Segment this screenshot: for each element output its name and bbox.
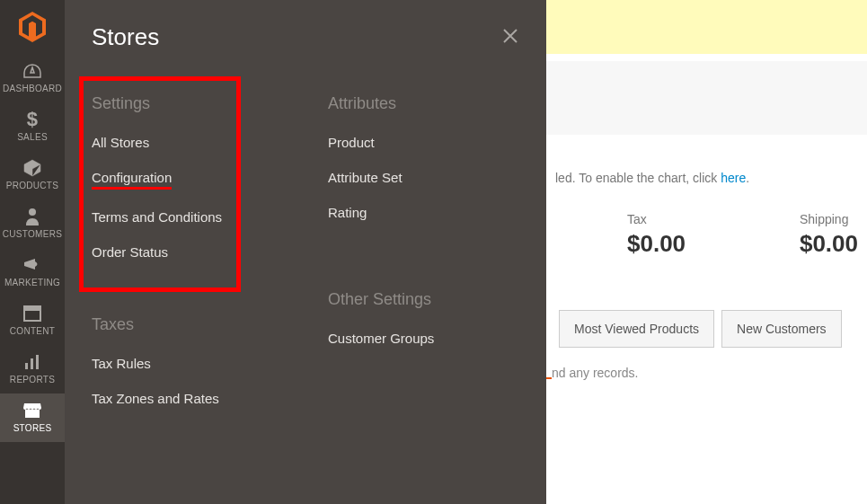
group-title-settings: Settings (92, 94, 283, 113)
nav-dashboard[interactable]: DASHBOARD (0, 54, 65, 102)
stat-tax: Tax $0.00 (627, 212, 686, 258)
svg-rect-4 (31, 358, 33, 369)
header-strip (546, 61, 867, 135)
magento-logo[interactable] (0, 0, 65, 54)
svg-point-0 (29, 208, 36, 216)
nav-reports[interactable]: REPORTS (0, 345, 65, 393)
nav-marketing[interactable]: MARKETING (0, 248, 65, 296)
svg-rect-5 (36, 355, 39, 369)
storefront-icon (22, 401, 43, 420)
menu-customer-groups[interactable]: Customer Groups (328, 331, 434, 346)
nav-label: CONTENT (10, 326, 55, 336)
tab-most-viewed[interactable]: Most Viewed Products (559, 310, 714, 348)
dashboard-icon (22, 61, 43, 81)
menu-all-stores[interactable]: All Stores (92, 135, 149, 150)
tab-new-customers[interactable]: New Customers (721, 310, 842, 348)
nav-products[interactable]: PRODUCTS (0, 151, 65, 199)
group-title-other: Other Settings (328, 290, 519, 309)
cube-icon (22, 158, 43, 178)
stat-value: $0.00 (800, 230, 858, 258)
svg-rect-2 (24, 306, 40, 311)
nav-label: REPORTS (10, 375, 55, 385)
layout-icon (22, 304, 43, 323)
stat-shipping: Shipping $0.00 (800, 212, 858, 258)
nav-label: SALES (17, 132, 48, 142)
close-button[interactable] (501, 27, 519, 49)
dashboard-background: led. To enable the chart, click here. Ta… (546, 0, 867, 504)
person-icon (22, 207, 43, 226)
flyout-title: Stores (92, 23, 159, 51)
nav-label: CUSTOMERS (3, 229, 62, 239)
menu-attribute-set[interactable]: Attribute Set (328, 170, 403, 185)
menu-terms-conditions[interactable]: Terms and Conditions (92, 209, 222, 225)
nav-label: STORES (13, 423, 52, 433)
dollar-icon: $ (22, 110, 43, 129)
stat-label: Tax (627, 212, 686, 226)
group-title-taxes: Taxes (92, 315, 283, 334)
menu-configuration[interactable]: Configuration (92, 170, 172, 190)
enable-chart-link[interactable]: here (721, 171, 746, 185)
nav-label: DASHBOARD (3, 84, 62, 93)
menu-rating[interactable]: Rating (328, 205, 367, 220)
stores-flyout: Stores Settings All Stores Configuration… (65, 0, 546, 504)
menu-tax-rules[interactable]: Tax Rules (92, 356, 151, 371)
chart-disabled-message: led. To enable the chart, click here. (546, 135, 867, 194)
active-tab-indicator (546, 377, 552, 379)
nav-stores[interactable]: STORES (0, 393, 65, 442)
admin-sidebar: DASHBOARD $ SALES PRODUCTS CUSTOMERS MAR… (0, 0, 65, 504)
group-title-attributes: Attributes (328, 94, 519, 113)
menu-product[interactable]: Product (328, 135, 375, 150)
flyout-col-left: Settings All Stores Configuration Terms … (92, 94, 283, 462)
megaphone-icon (22, 255, 43, 275)
bars-icon (22, 352, 43, 372)
nav-label: MARKETING (4, 278, 60, 287)
svg-rect-3 (25, 363, 28, 369)
nav-sales[interactable]: $ SALES (0, 102, 65, 151)
nav-label: PRODUCTS (6, 181, 59, 190)
nav-content[interactable]: CONTENT (0, 296, 65, 345)
menu-tax-zones[interactable]: Tax Zones and Rates (92, 391, 219, 406)
stat-label: Shipping (800, 212, 858, 226)
nav-customers[interactable]: CUSTOMERS (0, 199, 65, 248)
menu-order-status[interactable]: Order Status (92, 244, 168, 260)
no-records-message: nd any records. (546, 348, 867, 380)
notice-bar (546, 0, 867, 54)
flyout-col-right: Attributes Product Attribute Set Rating … (328, 94, 519, 462)
stat-value: $0.00 (627, 230, 686, 258)
